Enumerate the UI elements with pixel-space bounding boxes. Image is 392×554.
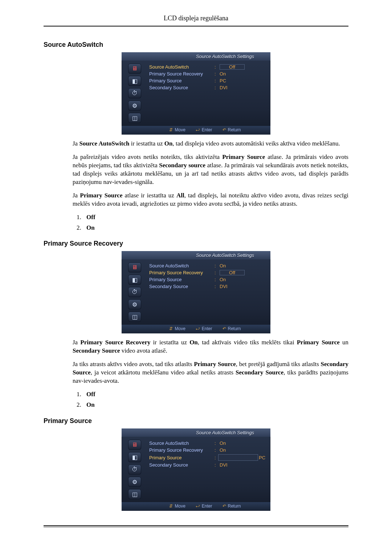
osd-row-primary[interactable]: Primary Source : On <box>149 276 266 283</box>
osd-value: On <box>220 447 226 453</box>
foot-return: ↶Return <box>222 326 241 331</box>
page-header-title: LCD displeja regulēšana <box>44 15 348 26</box>
osd-row-autoswitch[interactable]: Source AutoSwitch : Off <box>149 63 266 70</box>
foot-enter: ⮐Enter <box>196 326 212 331</box>
heading-primary-source: Primary Source <box>44 417 348 425</box>
para: Ja Source AutoSwitch ir iestatīta uz On,… <box>73 140 348 148</box>
body-recovery: Ja Primary Source Recovery ir iestatīta … <box>73 338 348 409</box>
list-item: Off <box>83 390 348 399</box>
enter-icon: ⮐ <box>196 127 200 132</box>
osd-label: Primary Source Recovery <box>149 447 215 453</box>
gear-icon: ⚙ <box>128 100 141 111</box>
list-autoswitch: Off On <box>73 213 348 232</box>
osd-label: Source AutoSwitch <box>149 64 215 70</box>
osd-value: DVI <box>220 85 228 90</box>
osd-title: Source AutoSwitch Settings <box>122 251 270 259</box>
para: Ja pašreizējais video avots netiks notei… <box>73 153 348 186</box>
osd-value: On <box>220 440 226 446</box>
input-icon: ◧ <box>128 452 141 462</box>
osd-row-primary[interactable]: Primary Source : PC <box>149 454 266 461</box>
osd-label: Primary Source Recovery <box>149 71 215 77</box>
osd-label: Primary Source <box>149 455 215 460</box>
foot-return: ↶Return <box>222 127 241 132</box>
gear-icon: ⚙ <box>128 299 141 309</box>
osd-row-recovery[interactable]: Primary Source Recovery : On <box>149 70 266 77</box>
foot-move: ⇵Move <box>169 504 185 509</box>
header-rule <box>44 26 348 26</box>
return-icon: ↶ <box>222 504 226 509</box>
para: Ja tiks atrasts aktīvs video avots, tad … <box>73 360 348 385</box>
osd-row-autoswitch[interactable]: Source AutoSwitch : On <box>149 262 266 269</box>
bars-icon: ◫ <box>128 489 141 499</box>
updown-icon: ⇵ <box>169 504 173 509</box>
osd-title: Source AutoSwitch Settings <box>122 52 270 61</box>
osd-side-icons: 🖥 ◧ ⏱ ⚙ ◫ <box>122 437 148 502</box>
foot-move: ⇵Move <box>169 127 185 132</box>
osd-body: 🖥 ◧ ⏱ ⚙ ◫ Source AutoSwitch : On Primary… <box>122 259 270 325</box>
osd-value: PC <box>220 78 226 83</box>
return-icon: ↶ <box>222 326 226 331</box>
clock-icon: ⏱ <box>128 464 141 475</box>
osd-value: DVI <box>220 284 228 289</box>
list-recovery: Off On <box>73 390 348 409</box>
osd-menu: Source AutoSwitch Settings 🖥 ◧ ⏱ ⚙ ◫ Sou… <box>122 428 270 511</box>
osd-row-secondary[interactable]: Secondary Source : DVI <box>149 461 266 468</box>
list-item: On <box>83 224 348 232</box>
osd-row-recovery[interactable]: Primary Source Recovery : On <box>149 447 266 454</box>
osd-side-icons: 🖥 ◧ ⏱ ⚙ ◫ <box>122 259 148 325</box>
osd-footer: ⇵Move ⮐Enter ↶Return <box>122 126 270 135</box>
osd-label: Source AutoSwitch <box>149 263 215 268</box>
osd-value: On <box>220 263 226 268</box>
osd-footer: ⇵Move ⮐Enter ↶Return <box>122 325 270 333</box>
osd-value-dropdown[interactable]: PC <box>220 454 264 461</box>
dropdown-box <box>218 454 258 461</box>
monitor-icon: 🖥 <box>128 63 141 74</box>
chevron-down-icon: PC <box>259 455 264 460</box>
monitor-icon: 🖥 <box>128 440 141 450</box>
heading-primary-source-recovery: Primary Source Recovery <box>44 240 348 247</box>
footer-rule-thin <box>44 527 348 527</box>
updown-icon: ⇵ <box>169 127 173 132</box>
heading-source-autoswitch: Source AutoSwitch <box>44 41 348 49</box>
clock-icon: ⏱ <box>128 88 141 98</box>
osd-body: 🖥 ◧ ⏱ ⚙ ◫ Source AutoSwitch : On Primary… <box>122 437 270 502</box>
osd-value: On <box>220 277 226 282</box>
osd-label: Secondary Source <box>149 462 215 468</box>
osd-value: Off <box>220 270 245 275</box>
list-item: On <box>83 401 348 409</box>
osd-body: 🖥 ◧ ⏱ ⚙ ◫ Source AutoSwitch : Off Primar… <box>122 61 270 126</box>
osd-content: Source AutoSwitch : On Primary Source Re… <box>148 437 270 502</box>
para: Ja Primary Source atlase ir iestatīta uz… <box>73 192 348 208</box>
foot-enter: ⮐Enter <box>196 504 212 509</box>
monitor-icon: 🖥 <box>128 262 141 272</box>
osd-figure-1: Source AutoSwitch Settings 🖥 ◧ ⏱ ⚙ ◫ Sou… <box>44 52 348 135</box>
osd-label: Secondary Source <box>149 85 215 90</box>
osd-footer: ⇵Move ⮐Enter ↶Return <box>122 502 270 511</box>
foot-move: ⇵Move <box>169 326 185 331</box>
osd-title: Source AutoSwitch Settings <box>122 428 270 437</box>
bars-icon: ◫ <box>128 113 141 123</box>
osd-label: Primary Source Recovery <box>149 270 215 275</box>
osd-row-autoswitch[interactable]: Source AutoSwitch : On <box>149 440 266 447</box>
osd-row-recovery[interactable]: Primary Source Recovery : Off <box>149 269 266 276</box>
osd-label: Source AutoSwitch <box>149 440 215 446</box>
osd-value: On <box>220 71 226 77</box>
clock-icon: ⏱ <box>128 287 141 297</box>
osd-label: Primary Source <box>149 277 215 282</box>
osd-row-primary[interactable]: Primary Source : PC <box>149 77 266 84</box>
osd-row-secondary[interactable]: Secondary Source : DVI <box>149 283 266 290</box>
osd-row-secondary[interactable]: Secondary Source : DVI <box>149 84 266 91</box>
foot-return: ↶Return <box>222 504 241 509</box>
osd-content: Source AutoSwitch : Off Primary Source R… <box>148 61 270 126</box>
enter-icon: ⮐ <box>196 326 200 331</box>
input-icon: ◧ <box>128 275 141 285</box>
body-autoswitch: Ja Source AutoSwitch ir iestatīta uz On,… <box>73 140 348 232</box>
para: Ja Primary Source Recovery ir iestatīta … <box>73 338 348 355</box>
gear-icon: ⚙ <box>128 477 141 487</box>
osd-content: Source AutoSwitch : On Primary Source Re… <box>148 259 270 325</box>
return-icon: ↶ <box>222 127 226 132</box>
foot-enter: ⮐Enter <box>196 127 212 132</box>
osd-figure-2: Source AutoSwitch Settings 🖥 ◧ ⏱ ⚙ ◫ Sou… <box>44 251 348 333</box>
input-icon: ◧ <box>128 76 141 86</box>
updown-icon: ⇵ <box>169 326 173 331</box>
